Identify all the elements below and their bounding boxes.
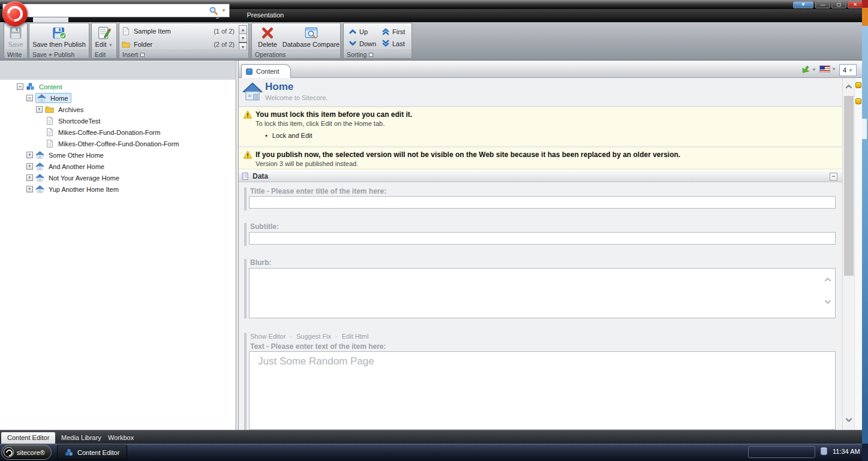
search-strip [0, 61, 235, 80]
scrollbar-thumb[interactable] [844, 96, 854, 276]
ribbon-group-sorting: Up Down First Last Sorting [343, 23, 412, 59]
field-marker-icon[interactable] [855, 98, 861, 104]
content-tab-label: Content [256, 68, 280, 75]
expand-icon[interactable]: + [26, 163, 33, 170]
search-icon[interactable] [209, 6, 218, 16]
textarea-scroll-up-icon[interactable] [824, 276, 832, 283]
edit-button[interactable]: Edit ▼ [92, 25, 116, 48]
subtitle-field-input[interactable] [249, 232, 836, 245]
subtitle-field-label: Subtitle: [250, 222, 279, 231]
taskbar-tray-area [748, 446, 815, 458]
dialog-launcher-icon[interactable] [369, 53, 373, 57]
save-then-publish-button[interactable]: Save then Publish [29, 25, 89, 48]
navigate-control[interactable]: ▼ [801, 65, 816, 74]
arrow-up-icon: ▲ [241, 28, 245, 32]
title-field-input[interactable] [249, 196, 836, 209]
data-section-header[interactable]: Data − [239, 170, 842, 182]
tree-item-mikes-coffee-form[interactable]: Mikes-Coffee-Fund-Donation-Form [46, 126, 162, 138]
collapse-icon[interactable]: − [17, 83, 23, 90]
textarea-scroll-down-icon[interactable] [824, 299, 832, 306]
delete-button[interactable]: Delete [253, 25, 282, 48]
app-tab-content-editor[interactable]: Content Editor [1, 432, 55, 444]
tree-item-archives[interactable]: + Archives [36, 104, 85, 115]
scroll-down-button[interactable] [843, 414, 854, 427]
text-field-textarea[interactable]: Just Some Random Page [249, 351, 836, 430]
home-icon [35, 162, 44, 171]
expand-icon[interactable]: + [26, 186, 33, 192]
suggest-fix-link[interactable]: Suggest Fix [296, 333, 331, 340]
sort-first-button[interactable]: First [382, 28, 405, 35]
arrow-down-bar-icon: ▼ [241, 45, 245, 49]
group-label-write: Write [4, 50, 27, 58]
expand-icon[interactable]: + [26, 152, 33, 158]
tree-item-content[interactable]: − Content [17, 81, 64, 92]
blurb-field-textarea[interactable] [249, 268, 836, 318]
desktop-background [862, 0, 868, 461]
expand-icon[interactable]: + [36, 106, 43, 113]
search-input[interactable] [3, 7, 209, 14]
database-icon[interactable] [820, 447, 828, 456]
insert-scroll-down-button[interactable]: ▼ [239, 34, 247, 43]
show-editor-link[interactable]: Show Editor [250, 333, 286, 340]
tree-item-and-another-home[interactable]: + And Another Home [26, 161, 106, 172]
content-tab[interactable]: Content [241, 64, 291, 78]
insert-scroll-up-button[interactable]: ▲ [239, 25, 247, 34]
app-tab-media-library[interactable]: Media Library [55, 432, 107, 444]
tree-item-label: ShortcodeTest [56, 117, 102, 125]
home-icon [242, 82, 263, 102]
tree-item-some-other-home[interactable]: + Some Other Home [26, 149, 106, 161]
save-floppy-icon [9, 26, 22, 40]
save-button[interactable]: Save [4, 25, 27, 48]
search-dropdown-arrow[interactable]: ▼ [218, 8, 229, 13]
tree-item-yup-another-home-item[interactable]: + Yup Another Home Item [26, 183, 121, 195]
tree-item-home[interactable]: − Home [26, 92, 71, 104]
group-label-operations-text: Operations [255, 51, 286, 58]
rich-text-links: Show Editor · Suggest Fix · Edit Html [250, 333, 368, 340]
database-compare-button[interactable]: Database Compare [282, 25, 340, 48]
minimize-button[interactable]: — [815, 1, 830, 8]
group-label-write-text: Write [7, 51, 22, 58]
scroll-up-button[interactable] [843, 80, 854, 93]
version-selector[interactable]: 4 ▼ [839, 64, 857, 76]
tree-item-mikes-other-coffee-form[interactable]: Mikes-Other-Coffee-Fund-Donation-Form [46, 138, 181, 149]
app-tab-workbox[interactable]: Workbox [102, 432, 140, 444]
warning-lock: You must lock this item before you can e… [239, 107, 842, 147]
expand-icon[interactable]: + [26, 174, 33, 181]
tree-item-not-your-average-home[interactable]: + Not Your Average Home [26, 172, 121, 183]
lock-and-edit-link[interactable]: • Lock and Edit [265, 132, 313, 139]
maximize-button[interactable]: ▢ [831, 1, 846, 8]
edit-html-link[interactable]: Edit Html [342, 333, 369, 340]
chevron-down-icon: ▼ [801, 2, 806, 7]
warning-lock-title: You must lock this item before you can e… [256, 110, 412, 119]
sitecore-start-button[interactable]: sitecore® [1, 445, 52, 460]
collapse-icon[interactable]: − [26, 95, 33, 101]
ribbon-tab-presentation[interactable]: Presentation [238, 9, 293, 22]
field-marker-icon[interactable] [855, 82, 861, 88]
collapse-section-icon[interactable]: − [830, 173, 837, 180]
sort-down-button[interactable]: Down [349, 40, 376, 47]
group-label-save-publish-text: Save + Publish [32, 51, 74, 58]
edit-label: Edit ▼ [95, 41, 113, 48]
insert-item-label: Sample Item [134, 28, 171, 35]
content-area: Home Welcome to Sitecore. You must lock … [239, 78, 842, 430]
sitecore-logo-button[interactable] [2, 1, 28, 26]
tree-item-shortcodetest[interactable]: ShortcodeTest [46, 115, 102, 126]
sort-up-button[interactable]: Up [349, 28, 368, 35]
minimize-icon: — [821, 2, 825, 7]
document-icon [46, 128, 54, 137]
field-accent-bar [244, 223, 247, 246]
delete-label: Delete [258, 41, 277, 48]
close-button[interactable]: ✕ [848, 1, 863, 8]
dialog-launcher-icon[interactable] [140, 53, 145, 57]
desktop-taskbar-edge [862, 444, 868, 461]
taskbar-button-label: Content Editor [77, 449, 119, 456]
document-icon [46, 116, 54, 125]
insert-item-folder[interactable]: Folder (2 of 2) [122, 38, 235, 50]
taskbar-content-editor-button[interactable]: Content Editor [57, 445, 127, 460]
window-menu-button[interactable]: ▼ [793, 1, 813, 8]
double-chevron-up-icon [382, 28, 390, 35]
sort-last-button[interactable]: Last [382, 40, 405, 47]
version-value: 4 [843, 67, 846, 74]
language-selector[interactable]: ▼ [819, 65, 836, 73]
insert-item-sample-item[interactable]: Sample Item (1 of 2) [122, 25, 235, 37]
